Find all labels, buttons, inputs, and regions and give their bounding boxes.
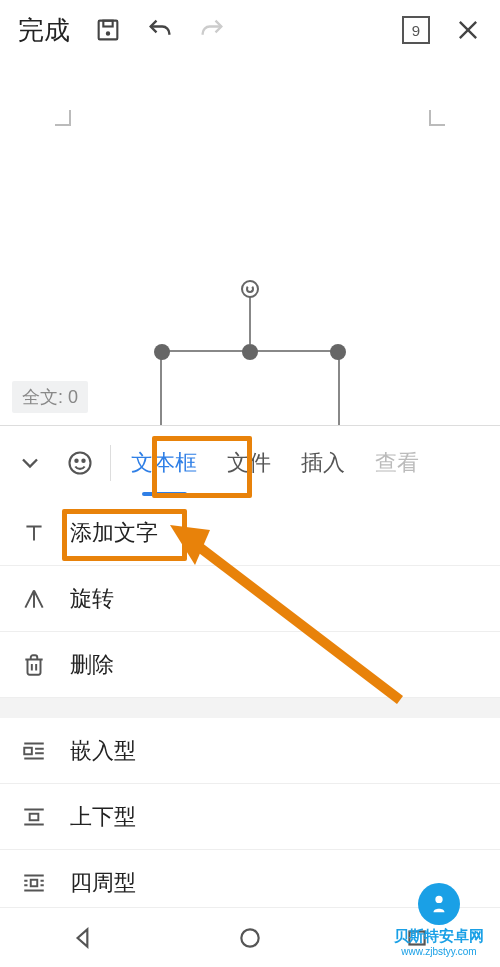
svg-point-2 <box>107 32 109 34</box>
selected-textbox[interactable] <box>160 350 340 430</box>
text-icon <box>20 519 48 547</box>
page-count-value: 9 <box>402 16 430 44</box>
watermark-logo-icon <box>418 883 460 925</box>
svg-rect-6 <box>24 747 32 754</box>
option-label: 旋转 <box>70 584 114 614</box>
tab-file[interactable]: 文件 <box>215 448 283 478</box>
nav-back-icon[interactable] <box>63 918 103 958</box>
wrap-square-icon <box>20 869 48 897</box>
trash-icon <box>20 651 48 679</box>
svg-rect-0 <box>99 21 118 40</box>
option-label: 删除 <box>70 650 114 680</box>
tab-textbox[interactable]: 文本框 <box>119 448 209 478</box>
redo-icon <box>190 8 234 52</box>
done-button[interactable]: 完成 <box>10 13 78 48</box>
top-toolbar: 完成 9 <box>0 0 500 60</box>
option-label: 嵌入型 <box>70 736 136 766</box>
emoji-icon[interactable] <box>58 441 102 485</box>
rotate-stem <box>249 292 251 344</box>
watermark-url: www.zjbstyy.com <box>384 946 494 957</box>
document-canvas[interactable]: 全文: 0 <box>0 60 500 425</box>
resize-handle[interactable] <box>330 344 346 360</box>
tab-insert[interactable]: 插入 <box>289 448 357 478</box>
wrap-topbottom-icon <box>20 803 48 831</box>
resize-handle[interactable] <box>154 344 170 360</box>
rotate-icon <box>20 585 48 613</box>
rotate-handle-icon[interactable] <box>241 280 259 298</box>
collapse-panel-icon[interactable] <box>8 441 52 485</box>
close-icon[interactable] <box>446 8 490 52</box>
option-wrap-topbottom[interactable]: 上下型 <box>0 784 500 850</box>
undo-icon[interactable] <box>138 8 182 52</box>
svg-rect-1 <box>103 21 112 27</box>
option-label: 上下型 <box>70 802 136 832</box>
options-panel: 添加文字 旋转 删除 嵌入型 上下型 四周型 <box>0 500 500 916</box>
crop-corner-tl <box>55 110 71 126</box>
svg-point-11 <box>241 929 258 946</box>
save-icon[interactable] <box>86 8 130 52</box>
option-wrap-inline[interactable]: 嵌入型 <box>0 718 500 784</box>
option-label: 四周型 <box>70 868 136 898</box>
watermark: 贝斯特安卓网 www.zjbstyy.com <box>384 883 494 957</box>
page-count-badge[interactable]: 9 <box>394 8 438 52</box>
tab-view[interactable]: 查看 <box>363 448 431 478</box>
crop-corner-tr <box>429 110 445 126</box>
svg-point-4 <box>75 460 77 462</box>
option-add-text[interactable]: 添加文字 <box>0 500 500 566</box>
section-gap <box>0 698 500 718</box>
divider <box>110 445 111 481</box>
option-delete[interactable]: 删除 <box>0 632 500 698</box>
nav-home-icon[interactable] <box>230 918 270 958</box>
tool-tabbar: 文本框 文件 插入 查看 <box>0 425 500 500</box>
wrap-inline-icon <box>20 737 48 765</box>
word-count-badge: 全文: 0 <box>12 381 88 413</box>
resize-handle[interactable] <box>242 344 258 360</box>
option-rotate[interactable]: 旋转 <box>0 566 500 632</box>
watermark-title: 贝斯特安卓网 <box>384 927 494 946</box>
svg-rect-7 <box>30 813 39 820</box>
svg-point-3 <box>70 453 91 474</box>
option-label: 添加文字 <box>70 518 158 548</box>
svg-point-5 <box>82 460 84 462</box>
svg-rect-8 <box>31 880 38 887</box>
